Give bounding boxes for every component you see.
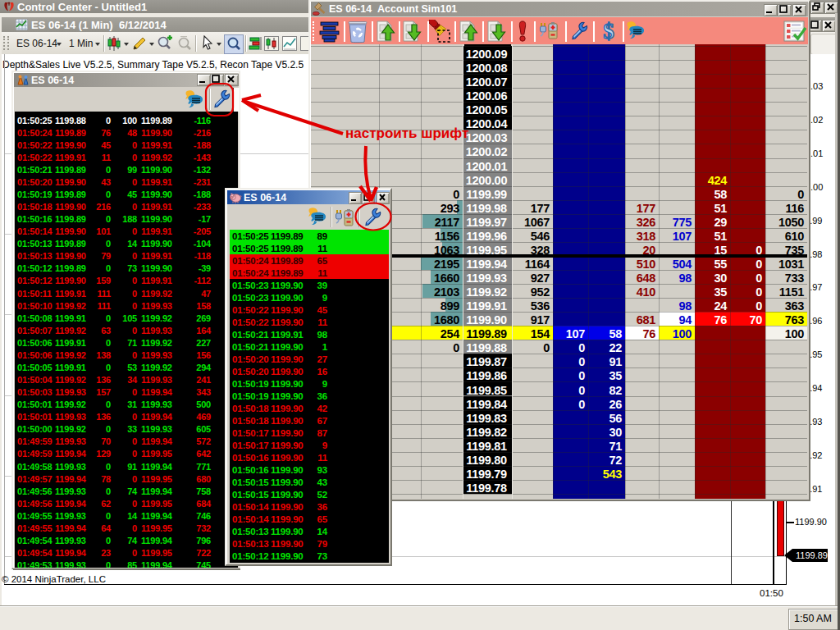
svg-text:настроить шрифт: настроить шрифт xyxy=(345,126,468,141)
